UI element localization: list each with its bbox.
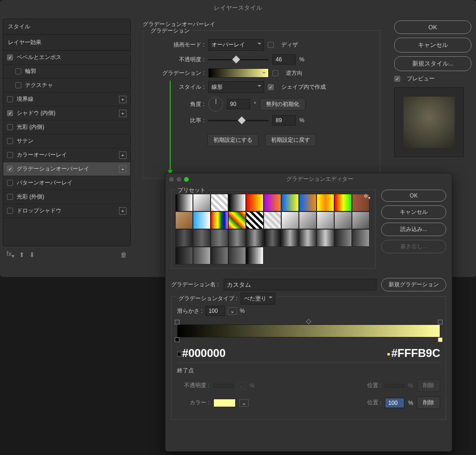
effect-checkbox[interactable] [15, 68, 21, 74]
make-default-button[interactable]: 初期設定にする [207, 134, 258, 146]
gradient-preset[interactable] [299, 194, 317, 211]
delete-color-stop-button[interactable]: 削除 [417, 396, 440, 409]
effect-item[interactable]: 輪郭 [3, 65, 130, 79]
add-effect-icon[interactable]: + [119, 96, 126, 103]
cancel-button[interactable]: キャンセル [394, 38, 471, 53]
effect-checkbox[interactable] [7, 180, 13, 186]
effect-checkbox[interactable] [7, 194, 13, 200]
effect-checkbox[interactable] [7, 208, 13, 214]
gradient-preset[interactable] [317, 211, 334, 229]
new-gradient-button[interactable]: 新規グラデーション [381, 278, 446, 291]
gradient-preset[interactable] [211, 247, 228, 264]
gradient-preset[interactable] [175, 229, 193, 247]
gradient-preset[interactable] [334, 229, 352, 247]
color-stop-left[interactable] [175, 337, 179, 342]
effect-checkbox[interactable] [7, 166, 13, 172]
opacity-slider[interactable] [208, 59, 269, 60]
effect-item[interactable]: 境界線+ [3, 92, 130, 106]
gradient-preset[interactable] [246, 211, 264, 229]
move-down-icon[interactable]: ⬇ [29, 251, 35, 258]
effect-item[interactable]: シャドウ (内側)+ [3, 106, 130, 120]
effect-checkbox[interactable] [7, 138, 13, 144]
gradient-swatch[interactable] [208, 68, 269, 78]
minimize-icon[interactable] [177, 177, 181, 182]
scale-input[interactable]: 89 [272, 115, 296, 125]
opacity-stop-left[interactable] [175, 320, 179, 324]
dither-checkbox[interactable] [268, 42, 274, 48]
gradient-preset[interactable] [281, 229, 299, 247]
opacity-input[interactable]: 46 [272, 54, 296, 65]
gradient-preset[interactable] [281, 194, 299, 211]
add-effect-icon[interactable]: + [119, 165, 126, 173]
close-icon[interactable] [169, 177, 174, 182]
gradient-preset[interactable] [228, 211, 246, 229]
effect-checkbox[interactable] [7, 110, 13, 116]
add-effect-icon[interactable]: + [119, 152, 126, 159]
styles-header[interactable]: スタイル [3, 19, 130, 35]
gradient-preset[interactable] [246, 247, 264, 264]
gradient-preset[interactable] [175, 247, 193, 264]
gradient-preset[interactable] [246, 194, 264, 211]
angle-input[interactable]: 90 [227, 99, 250, 109]
effect-item[interactable]: パターンオーバーレイ [3, 176, 130, 190]
effect-checkbox[interactable] [7, 124, 13, 130]
effect-item[interactable]: ドロップシャドウ+ [3, 204, 130, 218]
gradient-preset[interactable] [264, 194, 281, 211]
save-button[interactable]: 書き出し... [381, 240, 446, 253]
align-checkbox[interactable] [268, 84, 274, 90]
gradient-preset[interactable] [228, 247, 246, 264]
fx-menu-icon[interactable]: fx▾ [7, 250, 14, 259]
gradient-bar[interactable] [177, 324, 440, 337]
add-effect-icon[interactable]: + [119, 110, 126, 117]
gradient-preset[interactable] [211, 211, 228, 229]
editor-ok-button[interactable]: OK [381, 190, 446, 202]
gradient-preset[interactable] [246, 229, 264, 247]
effect-checkbox[interactable] [15, 82, 21, 88]
gradient-preset[interactable] [211, 194, 228, 211]
blend-mode-select[interactable]: オーバーレイ [208, 39, 264, 51]
reverse-checkbox[interactable] [272, 70, 278, 76]
effect-item[interactable]: 光彩 (内側) [3, 120, 130, 134]
effect-checkbox[interactable] [7, 152, 13, 158]
gradient-preset[interactable] [352, 229, 370, 247]
color-well[interactable] [213, 399, 236, 407]
gradient-preset[interactable] [299, 211, 317, 229]
style-select[interactable]: 線形 [208, 81, 264, 93]
gradient-preset[interactable] [193, 229, 211, 247]
gradient-preset[interactable] [299, 229, 317, 247]
new-style-button[interactable]: 新規スタイル... [394, 56, 471, 71]
gradient-preset[interactable] [352, 211, 370, 229]
scale-slider[interactable] [208, 120, 269, 121]
editor-cancel-button[interactable]: キャンセル [381, 205, 446, 219]
reset-align-button[interactable]: 整列の初期化 [260, 98, 305, 111]
preview-checkbox[interactable] [394, 76, 400, 82]
effect-checkbox[interactable] [7, 96, 13, 102]
smooth-input[interactable]: 100 [205, 306, 225, 316]
gradient-preset[interactable] [228, 229, 246, 247]
effect-item[interactable]: カラーオーバーレイ+ [3, 148, 130, 162]
type-select[interactable]: べた塗り [241, 293, 275, 304]
midpoint-handle[interactable] [306, 319, 311, 324]
effect-item[interactable]: サテン [3, 134, 130, 148]
trash-icon[interactable]: 🗑 [120, 251, 127, 258]
ok-button[interactable]: OK [394, 20, 471, 34]
gradient-preset[interactable] [281, 211, 299, 229]
angle-dial[interactable] [208, 97, 223, 112]
add-effect-icon[interactable]: + [119, 207, 126, 215]
gradient-preset[interactable] [334, 194, 352, 211]
gradient-preset[interactable] [193, 194, 211, 211]
gradient-preset[interactable] [193, 211, 211, 229]
load-button[interactable]: 読み込み... [381, 223, 446, 236]
gradient-preset[interactable] [317, 229, 334, 247]
gradient-preset[interactable] [193, 247, 211, 264]
effect-item[interactable]: 光彩 (外側) [3, 190, 130, 204]
ep-position-input-2[interactable]: 100 [385, 398, 404, 408]
opacity-stop-right[interactable] [438, 320, 443, 324]
reset-default-button[interactable]: 初期設定に戻す [265, 134, 316, 146]
gradient-preset[interactable] [334, 211, 352, 229]
smooth-dropdown-icon[interactable]: ⌄ [228, 307, 237, 315]
gear-icon[interactable]: ✲▾ [364, 193, 370, 200]
gradient-name-input[interactable] [224, 279, 377, 290]
effect-item[interactable]: テクスチャ [3, 79, 130, 92]
effect-checkbox[interactable] [7, 54, 13, 60]
